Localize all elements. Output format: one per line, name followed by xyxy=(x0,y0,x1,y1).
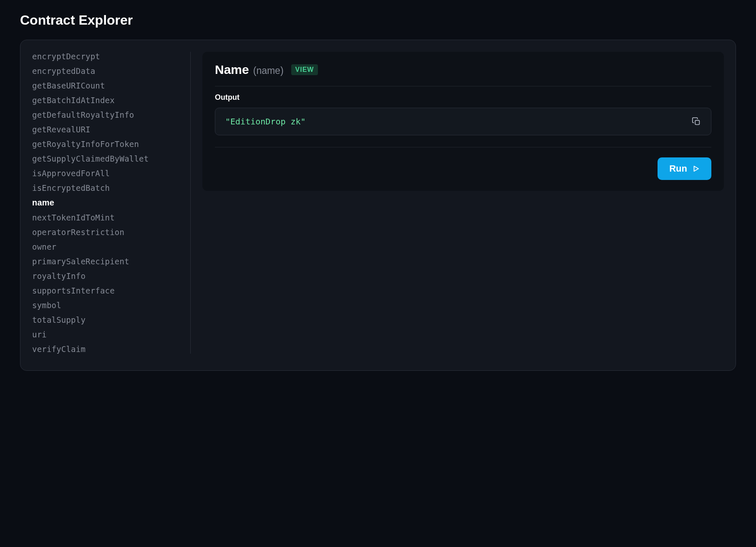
page-title: Contract Explorer xyxy=(20,13,736,28)
sidebar-item-totalSupply[interactable]: totalSupply xyxy=(32,315,182,324)
sidebar-item-supportsInterface[interactable]: supportsInterface xyxy=(32,286,182,295)
sidebar-item-encryptDecrypt[interactable]: encryptDecrypt xyxy=(32,52,182,61)
sidebar-item-getBaseURICount[interactable]: getBaseURICount xyxy=(32,81,182,90)
method-name: Name xyxy=(215,63,249,77)
sidebar-item-nextTokenIdToMint[interactable]: nextTokenIdToMint xyxy=(32,213,182,222)
sidebar-item-encryptedData[interactable]: encryptedData xyxy=(32,66,182,76)
sidebar-item-uri[interactable]: uri xyxy=(32,330,182,339)
sidebar-item-owner[interactable]: owner xyxy=(32,242,182,251)
view-badge: VIEW xyxy=(291,64,318,75)
output-box: "EditionDrop zk" xyxy=(215,108,711,135)
sidebar-item-name[interactable]: name xyxy=(32,198,182,208)
sidebar-item-primarySaleRecipient[interactable]: primarySaleRecipient xyxy=(32,257,182,266)
separator xyxy=(215,147,711,147)
sidebar-item-operatorRestriction[interactable]: operatorRestriction xyxy=(32,228,182,237)
svg-rect-0 xyxy=(695,120,699,124)
sidebar-item-getBatchIdAtIndex[interactable]: getBatchIdAtIndex xyxy=(32,96,182,105)
sidebar-item-royaltyInfo[interactable]: royaltyInfo xyxy=(32,271,182,281)
sidebar-item-getSupplyClaimedByWallet[interactable]: getSupplyClaimedByWallet xyxy=(32,154,182,163)
sidebar-item-getDefaultRoyaltyInfo[interactable]: getDefaultRoyaltyInfo xyxy=(32,110,182,119)
explorer-container: encryptDecryptencryptedDatagetBaseURICou… xyxy=(20,40,736,371)
sidebar-item-verifyClaim[interactable]: verifyClaim xyxy=(32,344,182,354)
sidebar: encryptDecryptencryptedDatagetBaseURICou… xyxy=(32,52,191,354)
sidebar-item-isEncryptedBatch[interactable]: isEncryptedBatch xyxy=(32,183,182,192)
output-section: Output "EditionDrop zk" xyxy=(215,86,711,135)
run-row: Run xyxy=(215,157,711,180)
sidebar-item-isApprovedForAll[interactable]: isApprovedForAll xyxy=(32,169,182,178)
output-label: Output xyxy=(215,93,711,102)
svg-marker-1 xyxy=(694,166,699,171)
method-signature: (name) xyxy=(253,65,284,76)
play-icon xyxy=(692,165,700,172)
main-panel: Name (name) VIEW Output "EditionDrop zk" xyxy=(191,52,724,354)
method-card: Name (name) VIEW Output "EditionDrop zk" xyxy=(202,52,724,191)
run-button-label: Run xyxy=(669,163,687,174)
sidebar-item-getRoyaltyInfoForToken[interactable]: getRoyaltyInfoForToken xyxy=(32,139,182,149)
output-value: "EditionDrop zk" xyxy=(225,116,306,127)
sidebar-item-symbol[interactable]: symbol xyxy=(32,301,182,310)
method-header: Name (name) VIEW xyxy=(215,63,711,86)
sidebar-item-getRevealURI[interactable]: getRevealURI xyxy=(32,125,182,134)
run-button[interactable]: Run xyxy=(658,157,711,180)
copy-icon[interactable] xyxy=(692,117,701,126)
